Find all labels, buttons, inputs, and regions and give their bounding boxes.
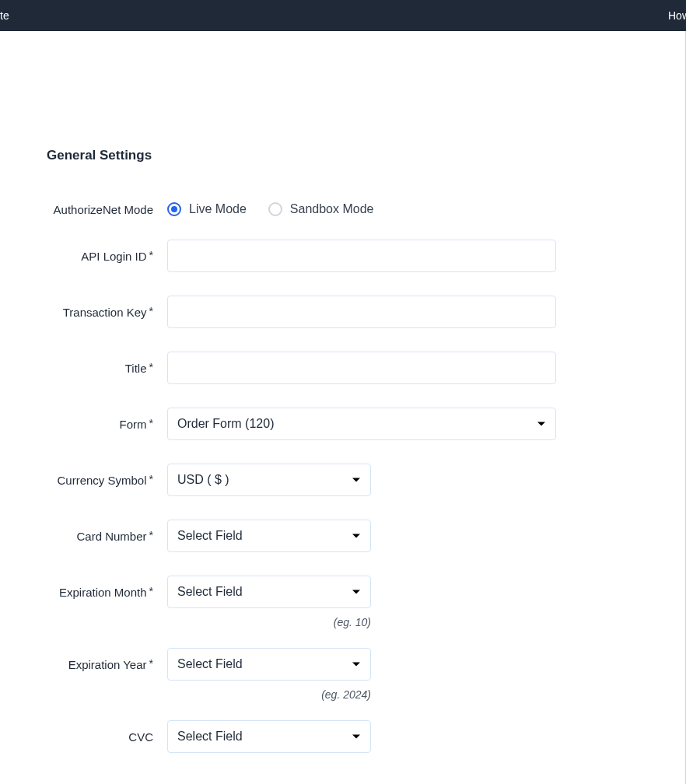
radio-sandbox-label: Sandbox Mode	[290, 202, 374, 216]
exp-year-row: Expiration Year* Select Field	[31, 648, 655, 681]
radio-sandbox-mode[interactable]: Sandbox Mode	[268, 202, 374, 216]
required-star: *	[149, 473, 153, 485]
exp-month-select-value: Select Field	[167, 576, 371, 608]
currency-row: Currency Symbol* USD ( $ )	[31, 464, 655, 496]
required-star: *	[149, 305, 153, 317]
form-row: Form* Order Form (120)	[31, 408, 655, 440]
api-login-label: API Login ID*	[31, 250, 159, 263]
currency-label: Currency Symbol*	[31, 474, 159, 487]
exp-month-row: Expiration Month* Select Field	[31, 576, 655, 608]
exp-year-select[interactable]: Select Field	[167, 648, 371, 681]
api-login-row: API Login ID*	[31, 240, 655, 272]
top-bar-right-text[interactable]: How	[668, 9, 686, 22]
card-number-row: Card Number* Select Field	[31, 520, 655, 552]
required-star: *	[149, 361, 153, 373]
exp-month-select[interactable]: Select Field	[167, 576, 371, 608]
currency-select[interactable]: USD ( $ )	[167, 464, 371, 496]
cvc-row: CVC Select Field	[31, 720, 655, 753]
card-number-select-value: Select Field	[167, 520, 371, 552]
exp-year-hint-row: (eg. 2024)	[31, 688, 655, 701]
cvc-select[interactable]: Select Field	[167, 720, 371, 753]
form-label: Form*	[31, 418, 159, 431]
radio-live-mode[interactable]: Live Mode	[167, 202, 247, 216]
transaction-key-row: Transaction Key*	[31, 296, 655, 328]
form-select[interactable]: Order Form (120)	[167, 408, 556, 440]
title-label: Title*	[31, 362, 159, 375]
main-content: General Settings AuthorizeNet Mode Live …	[0, 148, 686, 784]
api-login-input[interactable]	[167, 240, 556, 272]
currency-select-value: USD ( $ )	[167, 464, 371, 496]
form-select-value: Order Form (120)	[167, 408, 556, 440]
title-input[interactable]	[167, 352, 556, 384]
exp-month-label: Expiration Month*	[31, 586, 159, 599]
required-star: *	[149, 417, 153, 429]
required-star: *	[149, 249, 153, 261]
exp-year-label: Expiration Year*	[31, 658, 159, 671]
exp-month-hint: (eg. 10)	[167, 616, 371, 628]
top-bar: te How	[0, 0, 686, 31]
cvc-select-value: Select Field	[167, 720, 371, 753]
card-number-select[interactable]: Select Field	[167, 520, 371, 552]
radio-icon	[167, 202, 181, 216]
exp-year-select-value: Select Field	[167, 648, 371, 681]
mode-radio-group: Live Mode Sandbox Mode	[167, 202, 373, 216]
radio-live-label: Live Mode	[189, 202, 247, 216]
title-row: Title*	[31, 352, 655, 384]
transaction-key-label: Transaction Key*	[31, 306, 159, 319]
transaction-key-input[interactable]	[167, 296, 556, 328]
mode-label: AuthorizeNet Mode	[31, 203, 159, 216]
exp-year-hint: (eg. 2024)	[167, 688, 371, 701]
mode-row: AuthorizeNet Mode Live Mode Sandbox Mode	[31, 202, 655, 216]
cvc-label: CVC	[31, 730, 159, 744]
card-number-label: Card Number*	[31, 530, 159, 543]
exp-month-hint-row: (eg. 10)	[31, 616, 655, 628]
top-bar-left-text: te	[0, 9, 9, 22]
required-star: *	[149, 657, 153, 670]
required-star: *	[149, 585, 153, 597]
section-title: General Settings	[47, 148, 655, 163]
radio-icon	[268, 202, 282, 216]
required-star: *	[149, 529, 153, 541]
